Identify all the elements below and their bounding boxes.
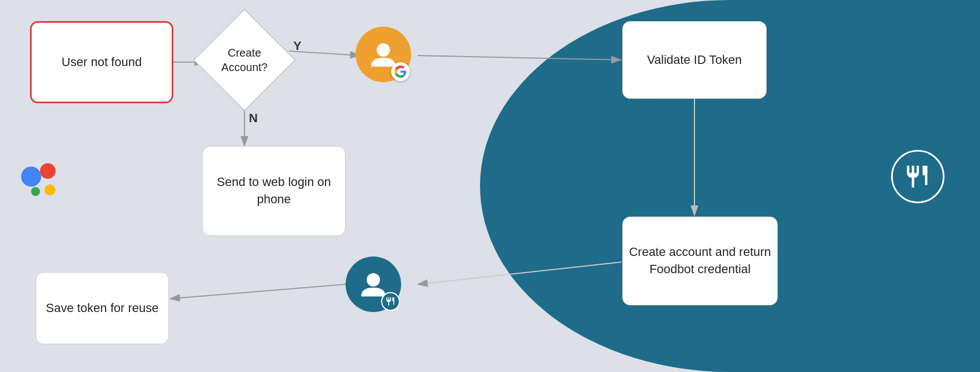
person-foodbot-circle	[346, 257, 401, 312]
svg-point-11	[40, 163, 56, 179]
save-token-node: Save token for reuse	[36, 272, 169, 344]
save-token-label: Save token for reuse	[46, 300, 158, 317]
send-to-web-label: Send to web login on phone	[203, 174, 345, 208]
user-not-found-node: User not found	[30, 21, 173, 103]
validate-id-label: Validate ID Token	[647, 52, 742, 69]
yes-label: Y	[293, 39, 302, 53]
google-g-badge	[391, 62, 410, 81]
create-account-return-node: Create account and return Foodbot creden…	[622, 217, 778, 305]
user-not-found-label: User not found	[62, 54, 142, 71]
send-to-web-node: Send to web login on phone	[202, 146, 346, 236]
foodbot-fork-badge	[381, 292, 400, 311]
google-account-icon	[356, 27, 417, 88]
create-account-diamond-container: CreateAccount?	[200, 16, 289, 104]
svg-point-10	[21, 167, 41, 187]
no-label: N	[249, 111, 258, 125]
create-account-diamond-label: CreateAccount?	[200, 16, 289, 104]
foodbot-icon-right	[891, 150, 947, 205]
person-google-circle	[356, 27, 411, 82]
svg-point-12	[44, 184, 56, 195]
svg-point-14	[377, 43, 390, 57]
foodbot-icon-bottom	[346, 257, 407, 318]
svg-point-13	[31, 187, 40, 196]
google-assistant-icon	[16, 155, 66, 205]
validate-id-node: Validate ID Token	[622, 21, 767, 99]
create-account-return-label: Create account and return Foodbot creden…	[623, 244, 777, 278]
foodbot-right-circle-outline	[891, 150, 944, 203]
svg-point-15	[367, 273, 380, 286]
